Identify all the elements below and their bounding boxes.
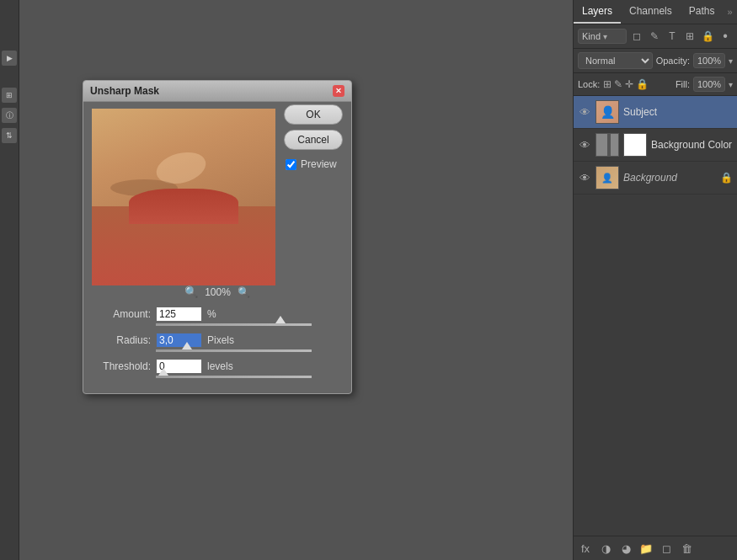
amount-slider[interactable]: [156, 323, 312, 326]
left-toolbar: ▶ ⊞ ⓘ ⇅: [0, 0, 19, 560]
radius-slider-row: [92, 349, 343, 354]
amount-param-row: Amount: %: [92, 307, 343, 328]
kind-label: Kind: [582, 31, 601, 41]
panel-tabs-group: Layers Channels Paths: [574, 0, 723, 24]
zoom-out-icon[interactable]: 🔍: [184, 285, 198, 298]
layer-row-subject[interactable]: 👁 👤 Subject: [574, 96, 737, 129]
create-group-button[interactable]: 📁: [638, 540, 654, 557]
opacity-label: Opacity:: [656, 56, 690, 66]
params-section: Amount: %: [92, 307, 343, 380]
lock-icons: ⊞ ✎ ✛ 🔒: [603, 78, 672, 90]
preview-label: Preview: [301, 158, 337, 170]
lock-all-icon[interactable]: 🔒: [636, 78, 649, 90]
layer-thumb-bg-color: [595, 133, 619, 157]
tab-paths[interactable]: Paths: [681, 0, 724, 24]
filter-dot-icon[interactable]: •: [718, 29, 733, 44]
layer-eye-subject[interactable]: 👁: [578, 106, 591, 119]
layer-eye-background[interactable]: 👁: [578, 172, 591, 184]
layer-eye-bg-color[interactable]: 👁: [578, 139, 591, 152]
zoom-in-icon[interactable]: 🔍: [238, 286, 250, 298]
new-layer-button[interactable]: ◻: [658, 540, 675, 557]
layer-name-bg-color: Background Color: [651, 139, 733, 151]
kind-select[interactable]: Kind ▾: [578, 29, 627, 44]
layer-thumb-bg-color-mask: [623, 133, 647, 157]
toolbar-tool-2[interactable]: ⊞: [2, 88, 17, 103]
blend-mode-select[interactable]: Normal: [578, 52, 653, 69]
panel-header: Layers Channels Paths »: [574, 0, 737, 24]
dialog-close-button[interactable]: ✕: [333, 85, 344, 97]
radius-slider[interactable]: [156, 349, 312, 352]
toolbar-tool-3[interactable]: ⓘ: [2, 108, 17, 123]
cancel-button[interactable]: Cancel: [284, 130, 343, 150]
radius-unit: Pixels: [207, 334, 234, 346]
radius-input[interactable]: [156, 333, 202, 348]
opacity-input[interactable]: [693, 53, 725, 68]
filter-adjust-icon[interactable]: ✎: [647, 29, 662, 44]
lock-move-icon[interactable]: ✛: [625, 78, 633, 90]
fill-arrow[interactable]: ▾: [729, 80, 733, 89]
dialog-titlebar: Unsharp Mask ✕: [83, 81, 351, 102]
threshold-param-row: Threshold: levels: [92, 359, 343, 380]
radius-param-row: Radius: Pixels: [92, 333, 343, 354]
panel-bottom-bar: fx ◑ ◕ 📁 ◻ 🗑: [574, 536, 737, 560]
ok-button[interactable]: OK: [284, 104, 343, 125]
panel-tools-row: Kind ▾ ◻ ✎ T ⊞ 🔒 •: [574, 24, 737, 49]
canvas-area: Unsharp Mask ✕ 🔍 100% 🔍: [19, 0, 573, 560]
lock-draw-icon[interactable]: ✎: [614, 78, 622, 90]
zoom-value: 100%: [205, 286, 231, 298]
layer-lock-background: 🔒: [720, 172, 733, 184]
layer-name-subject: Subject: [623, 106, 733, 118]
fill-label: Fill:: [676, 79, 690, 89]
amount-input[interactable]: [156, 307, 202, 322]
preview-checkbox[interactable]: [286, 159, 296, 170]
delete-layer-button[interactable]: 🗑: [678, 540, 695, 557]
dialog-preview: [92, 109, 275, 285]
tab-channels[interactable]: Channels: [621, 0, 681, 24]
opacity-arrow[interactable]: ▾: [729, 56, 733, 66]
filter-shape-icon[interactable]: ⊞: [682, 29, 697, 44]
amount-slider-row: [92, 323, 343, 328]
layers-list: 👁 👤 Subject 👁 Background C: [574, 96, 737, 536]
layer-thumb-background: 👤: [595, 166, 619, 189]
amount-label: Amount:: [92, 308, 151, 320]
lock-label: Lock:: [578, 79, 600, 89]
filter-smart-icon[interactable]: 🔒: [700, 29, 715, 44]
unsharp-mask-dialog: Unsharp Mask ✕ 🔍 100% 🔍: [83, 80, 352, 394]
double-arrow-icon[interactable]: »: [723, 3, 736, 20]
main-area: Unsharp Mask ✕ 🔍 100% 🔍: [19, 0, 737, 560]
toolbar-tool-4[interactable]: ⇅: [2, 128, 17, 143]
layer-row-background[interactable]: 👁 👤 Background 🔒: [574, 162, 737, 195]
blend-opacity-row: Normal Opacity: ▾: [574, 49, 737, 73]
tab-layers[interactable]: Layers: [574, 0, 621, 24]
threshold-slider[interactable]: [156, 376, 312, 378]
layer-name-background: Background: [623, 172, 716, 184]
add-adjustment-button[interactable]: ◕: [617, 540, 634, 557]
threshold-slider-row: [92, 376, 343, 380]
threshold-unit: levels: [207, 360, 233, 372]
toolbar-tool-1[interactable]: ▶: [2, 51, 17, 66]
amount-unit: %: [207, 308, 216, 320]
dialog-buttons: OK Cancel Preview: [284, 104, 343, 170]
lock-pixel-icon[interactable]: ⊞: [603, 78, 611, 90]
filter-pixel-icon[interactable]: ◻: [629, 29, 644, 44]
fill-input[interactable]: [693, 77, 725, 92]
zoom-bar: 🔍 100% 🔍: [92, 285, 343, 298]
dialog-title: Unsharp Mask: [90, 85, 159, 97]
add-fx-button[interactable]: fx: [577, 540, 594, 557]
layer-thumb-subject: 👤: [595, 100, 619, 124]
add-mask-button[interactable]: ◑: [597, 540, 614, 557]
threshold-label: Threshold:: [92, 360, 151, 372]
lock-fill-row: Lock: ⊞ ✎ ✛ 🔒 Fill: ▾: [574, 73, 737, 96]
radius-label: Radius:: [92, 334, 151, 346]
layers-panel: Layers Channels Paths » Kind ▾ ◻ ✎ T ⊞ 🔒…: [573, 0, 737, 560]
layer-row-bg-color[interactable]: 👁 Background Color: [574, 129, 737, 162]
filter-type-icon[interactable]: T: [665, 29, 680, 44]
